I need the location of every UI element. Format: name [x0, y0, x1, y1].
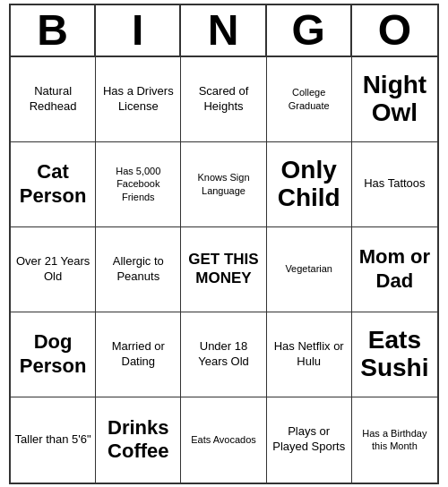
cell-text-24: Has a Birthday this Month — [356, 427, 434, 453]
cell-text-18: Has Netflix or Hulu — [271, 339, 348, 370]
bingo-cell-24[interactable]: Has a Birthday this Month — [352, 397, 437, 483]
bingo-cell-14[interactable]: Mom or Dad — [352, 227, 437, 312]
bingo-grid: Natural RedheadHas a Drivers LicenseScar… — [11, 57, 437, 483]
bingo-cell-23[interactable]: Plays or Played Sports — [267, 397, 352, 483]
header-b: B — [11, 5, 96, 56]
cell-text-2: Scared of Heights — [185, 84, 262, 115]
cell-text-13: Vegetarian — [285, 262, 332, 275]
bingo-cell-3[interactable]: College Graduate — [267, 57, 352, 142]
bingo-cell-10[interactable]: Over 21 Years Old — [11, 227, 96, 312]
bingo-cell-0[interactable]: Natural Redhead — [11, 57, 96, 142]
bingo-cell-2[interactable]: Scared of Heights — [181, 57, 266, 142]
bingo-cell-20[interactable]: Taller than 5'6" — [11, 397, 96, 483]
bingo-cell-16[interactable]: Married or Dating — [96, 312, 181, 397]
cell-text-12: GET THIS MONEY — [185, 251, 262, 287]
cell-text-1: Has a Drivers License — [99, 84, 177, 115]
header-n: N — [181, 5, 266, 56]
bingo-header: B I N G O — [11, 5, 437, 57]
bingo-cell-1[interactable]: Has a Drivers License — [96, 57, 181, 142]
bingo-card: B I N G O Natural RedheadHas a Drivers L… — [9, 4, 439, 484]
bingo-cell-19[interactable]: Eats Sushi — [352, 312, 437, 397]
header-i: I — [96, 5, 181, 56]
bingo-cell-22[interactable]: Eats Avocados — [181, 397, 266, 483]
bingo-cell-4[interactable]: Night Owl — [352, 57, 437, 142]
cell-text-8: Only Child — [271, 157, 348, 212]
cell-text-14: Mom or Dad — [356, 245, 434, 293]
bingo-cell-5[interactable]: Cat Person — [11, 142, 96, 227]
cell-text-6: Has 5,000 Facebook Friends — [99, 165, 177, 203]
cell-text-11: Allergic to Peanuts — [99, 254, 177, 285]
bingo-cell-17[interactable]: Under 18 Years Old — [181, 312, 266, 397]
cell-text-22: Eats Avocados — [191, 433, 256, 446]
cell-text-15: Dog Person — [14, 330, 91, 378]
cell-text-4: Night Owl — [356, 72, 434, 127]
cell-text-5: Cat Person — [14, 160, 91, 208]
bingo-cell-7[interactable]: Knows Sign Language — [181, 142, 266, 227]
cell-text-20: Taller than 5'6" — [15, 432, 91, 448]
cell-text-10: Over 21 Years Old — [14, 254, 91, 285]
bingo-cell-18[interactable]: Has Netflix or Hulu — [267, 312, 352, 397]
cell-text-7: Knows Sign Language — [185, 171, 262, 197]
cell-text-19: Eats Sushi — [356, 327, 434, 382]
bingo-cell-21[interactable]: Drinks Coffee — [96, 397, 181, 483]
header-g: G — [267, 5, 352, 56]
cell-text-0: Natural Redhead — [14, 84, 91, 115]
cell-text-17: Under 18 Years Old — [185, 339, 262, 370]
bingo-cell-12[interactable]: GET THIS MONEY — [181, 227, 266, 312]
bingo-cell-11[interactable]: Allergic to Peanuts — [96, 227, 181, 312]
bingo-cell-13[interactable]: Vegetarian — [267, 227, 352, 312]
bingo-cell-9[interactable]: Has Tattoos — [352, 142, 437, 227]
bingo-cell-15[interactable]: Dog Person — [11, 312, 96, 397]
cell-text-21: Drinks Coffee — [99, 416, 177, 464]
cell-text-3: College Graduate — [271, 86, 348, 112]
cell-text-16: Married or Dating — [99, 339, 177, 370]
bingo-cell-8[interactable]: Only Child — [267, 142, 352, 227]
bingo-cell-6[interactable]: Has 5,000 Facebook Friends — [96, 142, 181, 227]
header-o: O — [352, 5, 437, 56]
cell-text-23: Plays or Played Sports — [271, 424, 348, 455]
cell-text-9: Has Tattoos — [364, 176, 425, 192]
